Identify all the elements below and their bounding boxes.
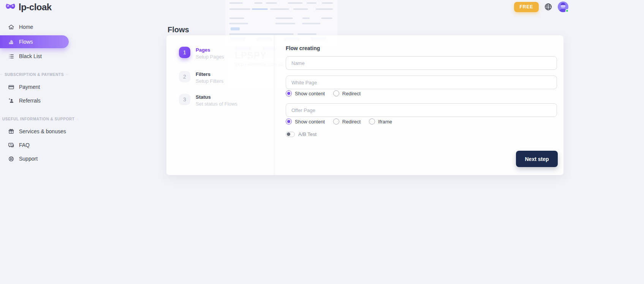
step-subtitle: Setup Filters [196,78,223,84]
radio-dot [286,118,292,125]
step-subtitle: Set status of Flows [196,101,237,107]
step-number-badge: 2 [179,71,190,82]
offer-page-show-content-radio[interactable]: Show content [286,118,325,125]
sidebar-item-label: Home [19,24,33,30]
app-root: LPSPY lpspy.webstick.com.ua lp-cloak Hom… [0,0,644,284]
plan-badge-button[interactable]: FREE [514,2,539,12]
lifebuoy-icon [8,155,14,162]
topbar: FREE [514,2,568,12]
radio-dot [333,118,339,125]
flows-icon [8,38,14,45]
step-subtitle: Setup Pages [196,54,224,60]
white-page-show-content-radio[interactable]: Show content [286,90,325,96]
sidebar-item-referrals[interactable]: Referrals [0,95,69,106]
white-page-redirect-radio[interactable]: Redirect [333,90,361,96]
online-status-dot [565,9,569,13]
sidebar-item-faq[interactable]: ?! FAQ [0,140,69,150]
radio-dot [286,90,292,96]
page-title: Flows [168,25,189,34]
globe-icon[interactable] [544,3,552,11]
name-input[interactable] [286,56,557,70]
gift-icon [8,128,14,135]
sidebar-item-label: Black List [19,53,42,59]
sidebar-item-flows[interactable]: Flows [0,35,69,48]
radio-dot [369,118,375,125]
mask-icon [5,2,16,12]
radio-label: Show content [295,91,325,96]
sidebar-item-label: Flows [19,39,33,45]
step-number-badge: 3 [179,94,190,105]
sidebar-item-label: Payment [19,84,40,90]
step-number-badge: 1 [179,47,190,58]
radio-label: Redirect [342,91,361,96]
next-step-button[interactable]: Next step [516,151,558,167]
sidebar-section-support: USEFUL INFORMATION & SUPPORT [0,116,69,122]
sidebar-item-home[interactable]: Home [0,22,69,32]
sidebar-item-label: FAQ [19,142,30,148]
sidebar-item-black-list[interactable]: Black List [0,51,69,62]
sidebar-item-label: Services & bonuses [19,128,66,134]
step-title: Status [196,94,237,100]
radio-label: Iframe [378,119,392,125]
step-title: Filters [196,71,223,77]
sidebar-item-services-bonuses[interactable]: Services & bonuses [0,126,69,137]
credit-card-icon [8,84,14,90]
svg-text:?!: ?! [9,144,12,146]
referral-user-icon [8,97,14,104]
white-page-mode-group: Show content Redirect [286,90,361,96]
ghost-button [231,27,240,30]
home-icon [8,24,14,30]
flow-creating-card: 1 Pages Setup Pages 2 Filters Setup Filt… [166,35,563,175]
user-avatar[interactable] [558,2,568,12]
offer-page-mode-group: Show content Redirect Iframe [286,118,392,125]
brand-logo[interactable]: lp-cloak [5,2,52,13]
sidebar-section-subscription: SUBSCRIPTION & PAYMENTS [0,71,69,77]
white-page-input[interactable] [286,76,557,89]
wizard-step-status[interactable]: 3 Status Set status of Flows [179,94,237,107]
ab-test-toggle[interactable] [286,132,295,137]
wizard-step-pages[interactable]: 1 Pages Setup Pages [179,47,224,60]
sidebar-item-label: Referrals [19,98,41,104]
card-divider [274,35,274,175]
offer-page-redirect-radio[interactable]: Redirect [333,118,361,125]
faq-chat-icon: ?! [8,142,14,148]
radio-dot [333,90,339,96]
offer-page-input[interactable] [286,103,557,117]
wizard-step-filters[interactable]: 2 Filters Setup Filters [179,71,223,84]
form-title: Flow creating [286,45,320,51]
sidebar-item-support[interactable]: Support [0,153,69,164]
radio-label: Redirect [342,119,361,125]
ab-test-label: A/B Test [298,131,316,137]
sidebar: Home Flows Black List SUBSCRIPTION & PAY… [0,22,69,167]
list-icon [8,53,14,60]
step-title: Pages [196,47,224,53]
brand-name: lp-cloak [19,2,52,13]
offer-page-iframe-radio[interactable]: Iframe [369,118,392,125]
sidebar-item-label: Support [19,156,38,162]
sidebar-item-payment[interactable]: Payment [0,82,69,92]
radio-label: Show content [295,119,325,125]
toggle-knob [287,133,290,136]
ab-test-toggle-row[interactable]: A/B Test [286,131,316,137]
